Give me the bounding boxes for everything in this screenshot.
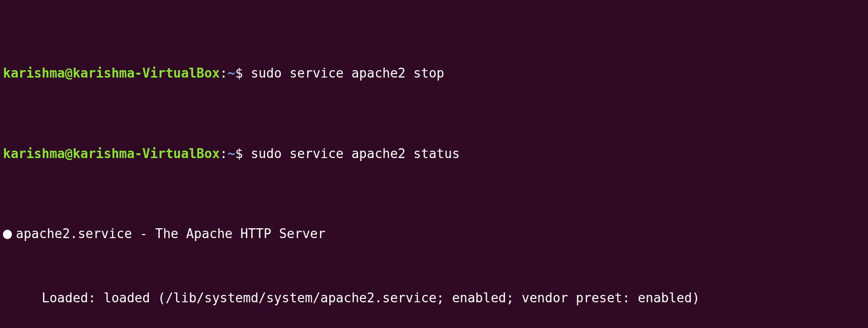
terminal[interactable]: karishma@karishma-VirtualBox:~$ sudo ser… (0, 0, 868, 328)
prompt-line-2: karishma@karishma-VirtualBox:~$ sudo ser… (3, 146, 865, 162)
loaded-line: Loaded: loaded (/lib/systemd/system/apac… (3, 290, 865, 306)
unit-header: apache2.service - The Apache HTTP Server (3, 226, 865, 242)
prompt-user: karishma@karishma-VirtualBox (3, 66, 220, 81)
command-2 (243, 146, 251, 161)
prompt-user: karishma@karishma-VirtualBox (3, 146, 220, 161)
prompt-sep1: : (220, 146, 228, 161)
status-bullet-icon (3, 230, 12, 239)
command-1 (243, 66, 251, 81)
prompt-sep1: : (220, 66, 228, 81)
prompt-cwd: ~ (228, 66, 235, 81)
prompt-sep2: $ (235, 66, 243, 81)
prompt-cwd: ~ (228, 146, 235, 161)
prompt-sep2: $ (235, 146, 243, 161)
command-2-text: sudo service apache2 status (251, 146, 460, 161)
unit-name: apache2.service - The Apache HTTP Server (16, 226, 325, 241)
prompt-line-1: karishma@karishma-VirtualBox:~$ sudo ser… (3, 65, 865, 82)
command-1-text: sudo service apache2 stop (251, 66, 444, 81)
